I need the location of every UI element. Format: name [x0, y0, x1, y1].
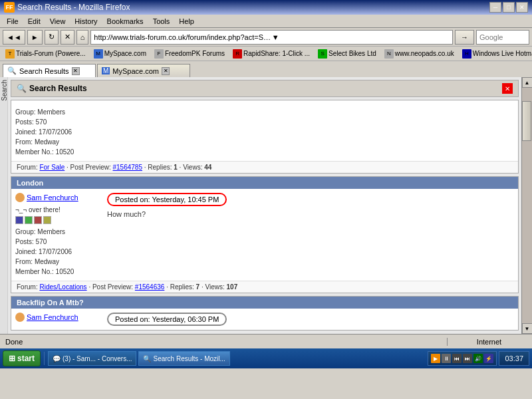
sidebar: Search: [0, 77, 8, 334]
post-timestamp-london: Posted on: Yesterday, 10:45 PM: [107, 193, 227, 206]
post-body-london: Sam Fenchurch ¬_¬ over there! Group: Mem…: [11, 189, 518, 281]
scroll-down-button[interactable]: ▼: [522, 323, 533, 334]
bookmark-trials[interactable]: T Trials-Forum (Powere...: [3, 49, 88, 59]
smiley3: [34, 216, 42, 224]
scroll-up-button[interactable]: ▲: [522, 77, 533, 88]
taskbar-ff-icon: 🔍: [143, 355, 151, 362]
tray-icon-3: ⏮: [452, 354, 462, 363]
avatar-backflip: [15, 313, 25, 322]
tab-search-results[interactable]: 🔍 Search Results ✕: [3, 64, 96, 77]
post-body-forsale: Group: Members Posts: 570 Joined: 17/07/…: [11, 100, 518, 161]
author-name-london[interactable]: Sam Fenchurch: [15, 193, 102, 202]
menu-file[interactable]: File: [3, 16, 23, 27]
tab-myspace-icon: M: [102, 67, 110, 74]
bookmark-icon: H: [462, 49, 471, 59]
bookmark-rapidshare[interactable]: R RapidShare: 1-Click ...: [230, 49, 313, 59]
maximize-button[interactable]: □: [503, 2, 515, 13]
google-search-input[interactable]: [476, 30, 529, 45]
nav-bar: ◄◄ ► ↻ ✕ ⌂ http://www.trials-forum.co.uk…: [0, 28, 532, 47]
post-text-london: How much?: [107, 210, 514, 218]
menu-tools[interactable]: Tools: [149, 16, 174, 27]
bookmark-icon: R: [233, 49, 242, 59]
tray-network-icon: ⚡: [484, 354, 493, 363]
tab-myspace[interactable]: M MySpace.com ✕: [97, 64, 190, 77]
close-button[interactable]: ✕: [516, 2, 528, 13]
post-card-forsale: Group: Members Posts: 570 Joined: 17/07/…: [11, 100, 519, 174]
scroll-track[interactable]: [522, 88, 533, 323]
smiley1: [15, 216, 23, 224]
tray-volume-icon: 🔊: [473, 354, 483, 363]
smiley4: [43, 216, 51, 224]
post-link-london[interactable]: #1564636: [135, 283, 165, 291]
post-content-backflip: Posted on: Yesterday, 06:30 PM: [102, 313, 514, 326]
smiley2: [25, 216, 33, 224]
tab-search-icon: 🔍: [7, 66, 17, 75]
go-button[interactable]: →: [455, 30, 474, 45]
taskbar-clock: 03:37: [499, 351, 529, 366]
bookmark-hotmail[interactable]: H Windows Live Hotmail: [460, 49, 532, 59]
stop-button[interactable]: ✕: [61, 30, 74, 45]
bookmark-icon: N: [384, 49, 394, 59]
search-results-panel: 🔍 Search Results ✕ Group: Members Posts:…: [8, 77, 521, 334]
tab-search-close[interactable]: ✕: [72, 67, 80, 75]
avatar-london: [15, 193, 25, 202]
browser-icon: FF: [4, 2, 15, 13]
tab-bar: 🔍 Search Results ✕ M MySpace.com ✕: [0, 61, 532, 77]
forum-section-london: London: [11, 177, 518, 189]
post-timestamp-backflip: Posted on: Yesterday, 06:30 PM: [107, 313, 227, 326]
back-button[interactable]: ◄◄: [3, 30, 25, 45]
scroll-thumb[interactable]: [522, 101, 531, 141]
bookmark-icon: M: [94, 49, 103, 59]
taskbar-conv-icon: 💬: [53, 355, 61, 362]
bookmark-myspace[interactable]: M MySpace.com: [91, 49, 149, 59]
taskbar-divider: [44, 352, 45, 365]
refresh-button[interactable]: ↻: [45, 30, 59, 45]
taskbar: ⊞ start 💬 (3) - Sam... - Convers... 🔍 Se…: [0, 348, 532, 368]
menu-bookmarks[interactable]: Bookmarks: [103, 16, 148, 27]
home-button[interactable]: ⌂: [76, 30, 89, 45]
status-bar: Done Internet: [0, 334, 532, 348]
bookmark-icon: F: [154, 49, 164, 59]
author-name-backflip[interactable]: Sam Fenchurch: [15, 313, 102, 322]
bookmark-icon: T: [5, 49, 15, 59]
status-zone: Internet: [447, 338, 527, 346]
tab-myspace-close[interactable]: ✕: [162, 67, 170, 75]
tab-search-label: Search Results: [19, 67, 69, 75]
bookmark-selectbikes[interactable]: S Select Bikes Ltd: [315, 49, 379, 59]
status-text: Done: [5, 338, 442, 346]
tray-icon-2: ⏸: [442, 354, 451, 363]
window-controls: ─ □ ✕: [489, 2, 528, 13]
search-results-header: 🔍 Search Results ✕: [11, 80, 519, 97]
menu-help[interactable]: Help: [175, 16, 198, 27]
menu-view[interactable]: View: [46, 16, 70, 27]
forum-link-forsale[interactable]: For Sale: [39, 164, 65, 171]
taskbar-firefox[interactable]: 🔍 Search Results - Mozil...: [138, 351, 229, 366]
menu-edit[interactable]: Edit: [24, 16, 45, 27]
search-close-icon[interactable]: ✕: [502, 83, 513, 94]
start-icon: ⊞: [9, 354, 15, 363]
views-forsale: 44: [204, 164, 211, 171]
post-author-london: Sam Fenchurch ¬_¬ over there! Group: Mem…: [15, 193, 102, 277]
forward-button[interactable]: ►: [27, 30, 43, 45]
bookmark-neopads[interactable]: N www.neopads.co.uk: [382, 49, 457, 59]
bookmark-freedompk[interactable]: F FreedomPK Forums: [152, 49, 227, 59]
post-link-forsale[interactable]: #1564785: [113, 164, 143, 171]
tray-icon-1: ▶: [431, 354, 440, 363]
menu-bar: File Edit View History Bookmarks Tools H…: [0, 15, 532, 28]
right-scrollbar[interactable]: ▲ ▼: [521, 77, 532, 334]
taskbar-conversations[interactable]: 💬 (3) - Sam... - Convers...: [48, 351, 136, 366]
address-bar[interactable]: http://www.trials-forum.co.uk/forum/inde…: [90, 30, 453, 45]
minimize-button[interactable]: ─: [489, 2, 501, 13]
post-author-backflip: Sam Fenchurch: [15, 313, 102, 326]
tab-myspace-label: MySpace.com: [112, 67, 159, 75]
results-area[interactable]: Group: Members Posts: 570 Joined: 17/07/…: [11, 100, 519, 331]
forum-link-london[interactable]: Rides/Locations: [39, 283, 86, 291]
author-info-forsale: Group: Members Posts: 570 Joined: 17/07/…: [15, 107, 102, 157]
bookmark-icon: S: [318, 49, 327, 59]
search-results-title: 🔍 Search Results: [17, 84, 87, 93]
menu-history[interactable]: History: [70, 16, 101, 27]
post-card-backflip: Backflip On A Mtb? Sam Fenchurch Posted …: [11, 296, 519, 331]
tray-icon-4: ⏭: [463, 354, 472, 363]
start-button[interactable]: ⊞ start: [3, 350, 41, 366]
title-bar: FF Search Results - Mozilla Firefox ─ □ …: [0, 0, 532, 15]
